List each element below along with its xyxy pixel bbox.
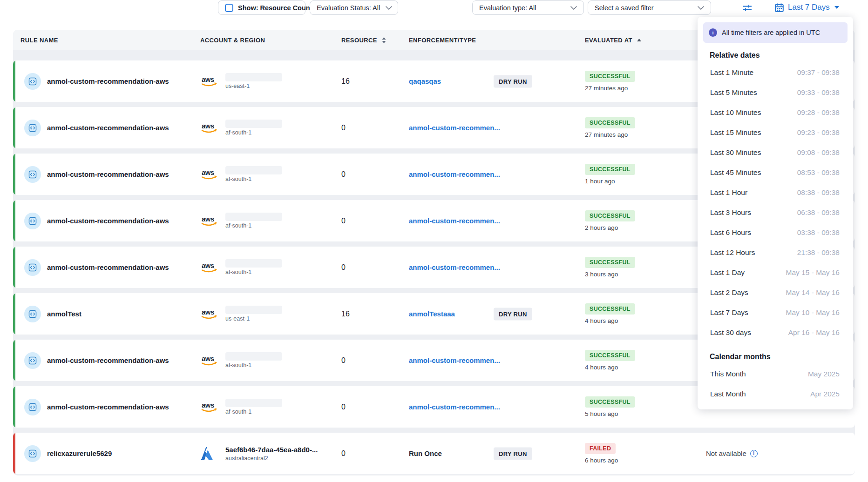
dry-run-badge: DRY RUN [494,75,532,87]
account-skeleton [225,259,282,268]
region-label: af-south-1 [225,222,282,229]
date-filter-panel: i All time filters are applied in UTC Re… [698,17,853,409]
resource-count: 0 [341,449,409,458]
date-option[interactable]: Last 1 Hour 08:38 - 09:38 [703,182,848,202]
enforcement-link[interactable]: anmol-custom-recommen... [409,124,500,132]
column-header-evaluated-at[interactable]: EVALUATED AT [582,37,706,44]
aws-logo: aws [200,75,221,87]
severity-indicator [13,340,15,381]
evaluated-time: 5 hours ago [585,410,618,417]
date-option[interactable]: This Month May 2025 [703,364,848,384]
date-option[interactable]: Last 7 Days May 10 - May 16 [703,302,848,322]
date-option-label: Last 5 Minutes [710,88,757,97]
date-option-range: 08:38 - 09:38 [797,188,840,197]
date-option-range: 09:33 - 09:38 [797,88,840,97]
rule-name: anmol-custom-recommendation-aws [47,403,169,411]
rule-name: anmolTest [47,310,81,318]
severity-indicator [13,247,15,288]
date-option-range: 21:38 - 09:38 [797,248,840,257]
date-option[interactable]: Last 45 Minutes 08:53 - 09:38 [703,162,848,182]
info-icon[interactable]: i [750,450,758,457]
date-option-label: Last 45 Minutes [710,168,761,177]
evaluation-type-dropdown[interactable]: Evaluation type: All [472,0,584,15]
date-option-range: 09:28 - 09:38 [797,108,840,117]
enforcement-link[interactable]: qaqasqas [409,77,441,85]
region-label: us-east-1 [225,315,282,322]
column-header-resource[interactable]: RESOURCE [341,37,409,44]
date-option-range: May 10 - May 16 [786,308,840,317]
table-row[interactable]: relicxazurerule5629 5aef6b46-7daa-45ea-a… [13,433,855,474]
enforcement-link[interactable]: anmol-custom-recommen... [409,217,500,225]
status-badge: SUCCESSFUL [585,350,635,361]
evaluated-time: 4 hours ago [585,364,618,371]
date-option[interactable]: Last 6 Hours 03:38 - 09:38 [703,222,848,242]
account-lines: af-south-1 [225,259,282,275]
resource-count: 16 [341,77,409,86]
date-option[interactable]: Last 30 days Apr 16 - May 16 [703,322,848,342]
checkbox-icon[interactable] [225,4,233,12]
account-region-cell: 5aef6b46-7daa-45ea-a8d0-... australiacen… [200,446,341,462]
region-label: af-south-1 [225,362,282,368]
account-lines: us-east-1 [225,306,282,322]
column-label: ACCOUNT & REGION [200,37,265,44]
filter-settings-button[interactable] [739,1,755,14]
saved-filter-dropdown[interactable]: Select a saved filter [588,0,711,15]
show-resource-count-filter[interactable]: Show: Resource Count > 0 [218,0,305,15]
rule-icon [24,120,41,136]
rule-icon [24,73,41,90]
status-cell: SUCCESSFUL 1 hour ago [582,164,706,185]
enforcement-link[interactable]: anmolTestaaa [409,310,455,318]
evaluation-status-dropdown[interactable]: Evaluation Status: All [310,0,398,15]
enforcement-link[interactable]: anmol-custom-recommen... [409,170,500,178]
relative-dates-heading: Relative dates [710,51,841,60]
date-option[interactable]: Last 1 Day May 15 - May 16 [703,262,848,282]
date-option[interactable]: Last 1 Minute 09:37 - 09:38 [703,62,848,82]
sort-asc-icon [637,39,641,41]
status-badge: SUCCESSFUL [585,257,635,268]
sort-icon [382,37,386,43]
enforcement-link[interactable]: anmol-custom-recommen... [409,263,500,271]
svg-text:aws: aws [202,308,214,316]
enforcement-link[interactable]: Run Once [409,449,442,457]
chevron-down-icon [698,6,704,10]
date-option[interactable]: Last 10 Minutes 09:28 - 09:38 [703,102,848,122]
evaluated-time: 2 hours ago [585,224,618,231]
utc-notice-banner: i All time filters are applied in UTC [703,22,848,43]
svg-text:aws: aws [202,168,214,176]
region-label: af-south-1 [225,269,282,275]
date-option[interactable]: Last 3 Hours 06:38 - 09:38 [703,202,848,222]
evaluated-time: 27 minutes ago [585,85,628,92]
evaluation-type-label: Evaluation type: All [479,4,536,12]
severity-indicator [13,433,15,474]
account-lines: af-south-1 [225,120,282,136]
date-option[interactable]: Last 5 Minutes 09:33 - 09:38 [703,82,848,102]
enforcement-cell: anmol-custom-recommen... [409,247,582,288]
region-label: af-south-1 [225,408,282,415]
severity-indicator [13,107,15,148]
account-skeleton [225,352,282,361]
date-option-label: This Month [710,370,746,378]
date-option[interactable]: Last 12 Hours 21:38 - 09:38 [703,242,848,262]
relative-dates-list: Last 1 Minute 09:37 - 09:38 Last 5 Minut… [703,62,848,342]
column-header-account-region: ACCOUNT & REGION [200,37,341,44]
svg-text:aws: aws [202,122,214,130]
enforcement-link[interactable]: anmol-custom-recommen... [409,403,500,411]
region-label: australiacentral2 [225,455,318,462]
date-option[interactable]: Last 15 Minutes 09:23 - 09:38 [703,122,848,142]
enforcement-link[interactable]: anmol-custom-recommen... [409,356,500,364]
date-option[interactable]: Last Month Apr 2025 [703,384,848,404]
date-option-range: Apr 16 - May 16 [788,328,840,337]
date-option[interactable]: Last 2 Days May 14 - May 16 [703,282,848,302]
resource-count: 0 [341,263,409,272]
chevron-down-icon [386,6,392,10]
rule-name: anmol-custom-recommendation-aws [47,77,169,85]
svg-text:aws: aws [202,215,214,223]
date-option[interactable]: Last 30 Minutes 09:08 - 09:38 [703,142,848,162]
date-range-button[interactable]: Last 7 Days [769,0,845,15]
schedule-value: Not available [706,449,746,457]
caret-down-icon [834,6,840,9]
column-label: EVALUATED AT [585,37,632,44]
status-cell: FAILED 6 hours ago [582,443,706,464]
dry-run-badge: DRY RUN [494,308,532,320]
rule-cell: anmol-custom-recommendation-aws [13,259,200,276]
